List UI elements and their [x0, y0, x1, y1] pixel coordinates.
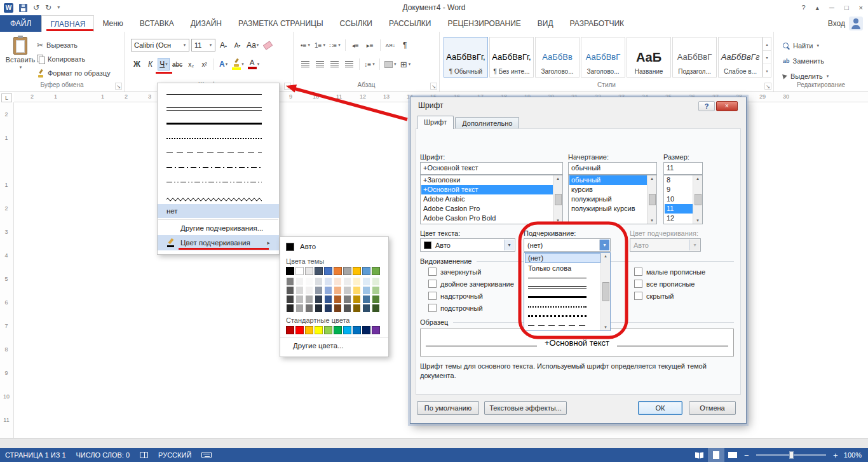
- font-size-combo[interactable]: 11 ▾: [191, 39, 215, 51]
- clipboard-dialog-launcher[interactable]: ↘: [115, 83, 122, 90]
- minimize-icon[interactable]: ─: [829, 4, 834, 11]
- theme-color-tint-swatch[interactable]: [305, 277, 313, 286]
- underline-option-dashed[interactable]: [525, 321, 600, 330]
- print-layout-button[interactable]: [708, 448, 724, 462]
- copy-button[interactable]: Копировать: [37, 52, 111, 66]
- theme-color-tint-swatch[interactable]: [315, 277, 323, 286]
- align-left-button[interactable]: [299, 58, 312, 71]
- scroll-down-icon[interactable]: ▾: [557, 218, 559, 223]
- theme-color-tint-swatch[interactable]: [315, 295, 323, 304]
- tab-developer[interactable]: РАЗРАБОТЧИК: [562, 15, 633, 32]
- theme-color-tint-swatch[interactable]: [324, 286, 332, 295]
- highlight-color-button[interactable]: ▾: [231, 58, 245, 71]
- scrollbar[interactable]: ▴ ▾: [693, 175, 702, 224]
- clear-formatting-button[interactable]: [262, 39, 274, 51]
- theme-color-swatch[interactable]: [286, 267, 294, 275]
- theme-color-tint-swatch[interactable]: [286, 277, 294, 286]
- tab-file[interactable]: ФАЙЛ: [0, 15, 41, 32]
- tab-review[interactable]: РЕЦЕНЗИРОВАНИЕ: [439, 15, 529, 32]
- style-card-normal[interactable]: АаБбВвГг, ¶ Обычный: [444, 37, 488, 78]
- checkbox-subscript[interactable]: подстрочный: [428, 304, 483, 312]
- size-list-item[interactable]: 9: [665, 185, 693, 194]
- font-style-listbox[interactable]: обычныйкурсивполужирныйполужирный курсив…: [568, 175, 657, 224]
- theme-color-tint-swatch[interactable]: [324, 304, 332, 313]
- scroll-thumb[interactable]: [602, 282, 609, 301]
- theme-color-tint-swatch[interactable]: [372, 286, 380, 295]
- style-card-subtle-emphasis[interactable]: АаБбВвГг Слабое в...: [718, 37, 763, 78]
- grow-font-button[interactable]: А▴: [217, 39, 229, 51]
- standard-color-swatch[interactable]: [334, 326, 342, 334]
- maximize-icon[interactable]: □: [844, 4, 849, 11]
- underline-option-thick[interactable]: [525, 292, 600, 302]
- borders-button[interactable]: ⊞▾: [399, 58, 412, 71]
- scroll-down-icon[interactable]: ▾: [763, 51, 771, 64]
- cut-button[interactable]: ✂ Вырезать: [37, 38, 111, 52]
- theme-color-tint-swatch[interactable]: [353, 286, 361, 295]
- underline-option[interactable]: (нет): [525, 253, 600, 263]
- theme-color-tint-swatch[interactable]: [334, 286, 342, 295]
- theme-color-tint-swatch[interactable]: [343, 277, 351, 286]
- theme-color-swatch[interactable]: [324, 267, 332, 275]
- word-count[interactable]: ЧИСЛО СЛОВ: 0: [71, 448, 135, 462]
- subscript-button[interactable]: x₂: [185, 58, 197, 71]
- underline-option-solid[interactable]: [525, 273, 600, 283]
- theme-color-tint-swatch[interactable]: [372, 277, 380, 286]
- page-indicator[interactable]: СТРАНИЦА 1 ИЗ 1: [0, 448, 71, 462]
- zoom-slider-thumb[interactable]: [789, 451, 794, 459]
- theme-color-tint-swatch[interactable]: [334, 304, 342, 313]
- theme-color-tint-swatch[interactable]: [324, 277, 332, 286]
- theme-color-swatch[interactable]: [353, 267, 361, 275]
- zoom-slider[interactable]: [756, 454, 826, 456]
- more-underlines-option[interactable]: Другие подчеркивания...: [158, 221, 279, 235]
- size-list-item[interactable]: 8: [665, 175, 693, 185]
- scroll-thumb[interactable]: [695, 194, 702, 205]
- theme-color-tint-swatch[interactable]: [334, 295, 342, 304]
- tab-design[interactable]: ДИЗАЙН: [182, 15, 230, 32]
- checkbox-strikethrough[interactable]: зачеркнутый: [428, 268, 481, 276]
- theme-color-tint-swatch[interactable]: [362, 295, 370, 304]
- font-color-button[interactable]: А ▾: [247, 58, 261, 71]
- bullets-button[interactable]: •≡▾: [299, 39, 312, 51]
- underline-color-option[interactable]: Цвет подчеркивания ▸: [158, 235, 279, 250]
- justify-button[interactable]: [342, 58, 356, 71]
- font-name-listbox[interactable]: +Заголовки+Основной текстAdobe ArabicAdo…: [420, 175, 563, 224]
- style-list-item[interactable]: полужирный курсив: [569, 204, 647, 214]
- sign-in-link[interactable]: Вход: [824, 15, 849, 32]
- theme-color-tint-swatch[interactable]: [286, 286, 294, 295]
- standard-color-swatch[interactable]: [362, 326, 370, 334]
- sort-button[interactable]: АЯ↓: [384, 39, 397, 51]
- tab-insert[interactable]: ВСТАВКА: [132, 15, 182, 32]
- dialog-tab-advanced[interactable]: Дополнительно: [455, 117, 519, 129]
- language-indicator[interactable]: РУССКИЙ: [153, 448, 196, 462]
- underline-style-option-double[interactable]: [158, 102, 279, 116]
- underline-option-double[interactable]: [525, 283, 600, 292]
- scroll-up-icon[interactable]: ▴: [651, 176, 653, 181]
- paste-button[interactable]: Вставить ▾: [5, 37, 36, 79]
- text-effects-button[interactable]: А▾: [217, 58, 229, 71]
- zoom-in-button[interactable]: +: [830, 451, 841, 460]
- style-list-item[interactable]: полужирный: [569, 194, 647, 204]
- dialog-help-icon[interactable]: ?: [698, 101, 715, 111]
- more-colors-option[interactable]: Другие цвета...: [280, 337, 388, 353]
- scroll-thumb[interactable]: [649, 194, 656, 205]
- zoom-out-button[interactable]: −: [741, 451, 752, 460]
- underline-style-option-dash-dot[interactable]: [158, 160, 279, 175]
- size-list-item[interactable]: 11: [665, 204, 693, 214]
- line-spacing-button[interactable]: ↕≡▾: [363, 58, 376, 71]
- style-list-item[interactable]: курсив: [569, 185, 647, 194]
- font-style-input[interactable]: обычный: [568, 162, 657, 175]
- checkbox-superscript[interactable]: надстрочный: [428, 292, 483, 300]
- theme-color-swatch[interactable]: [372, 267, 380, 275]
- gallery-expand-icon[interactable]: ▾: [763, 64, 771, 77]
- style-card-subtitle[interactable]: АаБбВвГ Подзагол...: [672, 37, 717, 78]
- theme-color-swatch[interactable]: [343, 267, 351, 275]
- underline-button[interactable]: Ч▾: [158, 58, 170, 71]
- tab-mailings[interactable]: РАССЫЛКИ: [381, 15, 439, 32]
- theme-color-tint-swatch[interactable]: [372, 304, 380, 313]
- ok-button[interactable]: ОК: [638, 401, 682, 415]
- web-layout-button[interactable]: [724, 448, 741, 462]
- theme-color-tint-swatch[interactable]: [305, 295, 313, 304]
- standard-color-swatch[interactable]: [324, 326, 332, 334]
- theme-color-tint-swatch[interactable]: [353, 304, 361, 313]
- change-case-button[interactable]: Аа▾: [245, 39, 260, 51]
